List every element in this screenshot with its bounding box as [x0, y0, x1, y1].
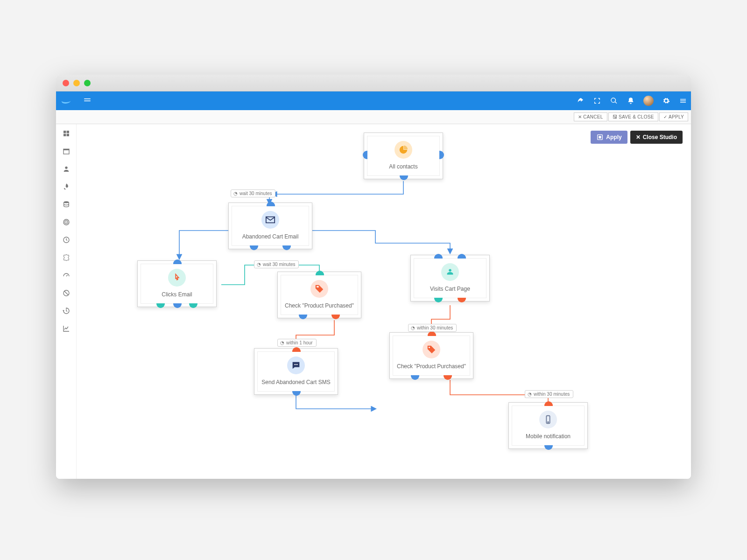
svg-point-19 — [317, 286, 318, 287]
node-label: Clicks Email — [162, 291, 192, 298]
svg-point-26 — [548, 422, 549, 423]
node-send-abandoned-cart-sms[interactable]: Send Abandoned Cart SMS — [254, 348, 338, 395]
node-port[interactable] — [444, 375, 452, 380]
svg-rect-7 — [63, 134, 66, 136]
app-header — [56, 91, 691, 110]
window-minimize-button[interactable] — [73, 80, 80, 86]
tag-icon — [423, 341, 440, 358]
node-port[interactable] — [331, 315, 340, 319]
svg-point-21 — [296, 364, 296, 365]
svg-point-11 — [65, 167, 67, 169]
svg-rect-1 — [84, 100, 91, 101]
window-close-button[interactable] — [63, 80, 69, 86]
node-label: Visits Cart Page — [430, 286, 470, 292]
fullscreen-icon[interactable] — [593, 97, 601, 105]
hamburger-menu-icon[interactable] — [83, 96, 92, 106]
save-close-button[interactable]: 🖫SAVE & CLOSE — [608, 112, 658, 121]
node-port[interactable] — [292, 347, 301, 352]
node-port[interactable] — [434, 254, 443, 259]
dashboard-icon[interactable] — [62, 129, 71, 138]
node-port[interactable] — [299, 315, 307, 319]
app-logo — [56, 91, 77, 110]
pointer-icon — [168, 269, 186, 287]
svg-rect-0 — [84, 98, 91, 99]
svg-point-22 — [297, 364, 298, 365]
email-icon — [261, 211, 279, 229]
user-avatar[interactable] — [643, 96, 654, 106]
share-icon[interactable] — [576, 97, 585, 105]
node-port[interactable] — [173, 259, 182, 264]
studio-close-button[interactable]: ✕ Close Studio — [630, 131, 683, 144]
node-label: Mobile notification — [526, 433, 571, 440]
apply-label: APPLY — [669, 114, 684, 119]
node-port[interactable] — [267, 202, 275, 206]
node-label: Abandoned Cart Email — [242, 233, 299, 240]
block-icon[interactable] — [62, 288, 71, 298]
svg-rect-8 — [66, 134, 69, 136]
svg-point-23 — [449, 269, 451, 272]
node-check-product-purchased-1[interactable]: Check "Product Purchased" — [277, 272, 361, 318]
node-label: All contacts — [389, 163, 417, 170]
studio-close-label: Close Studio — [643, 134, 677, 140]
wait-badge: ◔within 1 hour — [277, 339, 317, 347]
target-icon[interactable] — [62, 217, 71, 227]
node-port[interactable] — [458, 298, 466, 302]
window-zoom-button[interactable] — [84, 80, 91, 86]
svg-rect-5 — [63, 131, 66, 133]
node-abandoned-cart-email[interactable]: Abandoned Cart Email — [228, 203, 312, 249]
app-window: ✕CANCEL 🖫SAVE & CLOSE ✓APPLY Apply — [56, 75, 691, 479]
node-port[interactable] — [173, 303, 182, 308]
clock-icon[interactable] — [62, 235, 71, 245]
svg-rect-6 — [66, 131, 69, 133]
mobile-icon — [539, 411, 557, 428]
wait-badge: ◔within 30 minutes — [525, 390, 573, 398]
node-port[interactable] — [189, 303, 197, 308]
mac-titlebar — [56, 75, 691, 91]
node-port[interactable] — [458, 254, 466, 259]
apply-button[interactable]: ✓APPLY — [659, 112, 688, 121]
node-port[interactable] — [439, 151, 444, 159]
node-port[interactable] — [250, 245, 258, 250]
node-port[interactable] — [428, 331, 436, 336]
node-port[interactable] — [156, 303, 165, 308]
gauge-icon[interactable] — [62, 271, 71, 280]
node-all-contacts[interactable]: All contacts — [364, 133, 443, 179]
sub-toolbar: ✕CANCEL 🖫SAVE & CLOSE ✓APPLY — [56, 110, 691, 124]
user-icon[interactable] — [62, 164, 71, 174]
node-port[interactable] — [363, 151, 367, 159]
node-port[interactable] — [544, 401, 553, 406]
search-icon[interactable] — [610, 97, 618, 105]
node-check-product-purchased-2[interactable]: Check "Product Purchased" — [389, 332, 473, 379]
wait-badge: ◔within 30 minutes — [408, 324, 457, 332]
node-port[interactable] — [292, 391, 301, 396]
calendar-icon[interactable] — [62, 147, 71, 156]
node-port[interactable] — [434, 298, 443, 302]
history-icon[interactable] — [62, 306, 71, 315]
svg-rect-10 — [63, 149, 69, 150]
bell-icon[interactable] — [627, 97, 635, 105]
node-clicks-email[interactable]: Clicks Email — [137, 260, 217, 307]
gear-icon[interactable] — [662, 97, 670, 105]
node-visits-cart-page[interactable]: Visits Cart Page — [410, 255, 490, 301]
cancel-button[interactable]: ✕CANCEL — [574, 112, 607, 121]
menu-icon[interactable] — [679, 97, 687, 105]
sidebar — [56, 124, 77, 479]
app-body: Apply ✕ Close Studio — [56, 124, 691, 479]
rocket-icon[interactable] — [62, 182, 71, 191]
database-icon[interactable] — [62, 200, 71, 209]
node-port[interactable] — [544, 445, 553, 450]
node-mobile-notification[interactable]: Mobile notification — [508, 402, 588, 449]
node-port[interactable] — [400, 175, 408, 180]
studio-apply-button[interactable]: Apply — [591, 131, 627, 144]
save-close-label: SAVE & CLOSE — [619, 114, 654, 119]
node-port[interactable] — [316, 271, 324, 275]
wait-badge: ◔wait 30 minutes — [254, 260, 299, 268]
sms-icon — [287, 357, 305, 374]
puzzle-icon[interactable] — [62, 253, 71, 262]
workflow-canvas[interactable]: Apply ✕ Close Studio — [77, 124, 691, 479]
tag-icon — [310, 280, 328, 298]
svg-rect-4 — [680, 102, 686, 103]
chart-line-icon[interactable] — [62, 324, 71, 333]
node-port[interactable] — [282, 245, 291, 250]
node-port[interactable] — [411, 375, 419, 380]
